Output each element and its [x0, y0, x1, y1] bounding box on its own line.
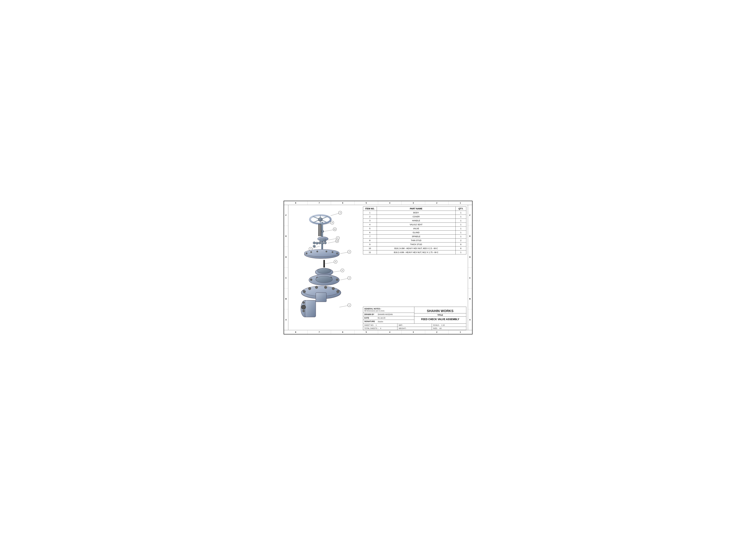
svg-marker-25 — [313, 241, 315, 244]
svg-marker-29 — [324, 241, 326, 244]
ruler-bot-col-4: 4 — [378, 330, 402, 334]
ruler-left-row-A: A — [284, 309, 288, 330]
notes-title: GENERAL NOTES:- — [364, 308, 413, 310]
ruler-col-8: 8 — [284, 201, 308, 205]
svg-line-31 — [328, 241, 336, 243]
sheet-no-cell: SHEET NO:- 1 — [363, 324, 397, 327]
right-panel: ITEM NO. PART NAME QTY. 1BODY12COVER13HA… — [362, 205, 468, 330]
ruler-col-1: 1 — [449, 201, 472, 205]
svg-point-69 — [332, 287, 335, 290]
bom-cell-qty-7: 1 — [455, 235, 466, 239]
svg-point-7 — [318, 218, 322, 221]
bom-cell-qty-2: 1 — [455, 215, 466, 219]
bom-cell-item-4: 4 — [363, 223, 377, 227]
svg-text:4: 4 — [349, 277, 350, 279]
bom-cell-item-1: 1 — [363, 211, 377, 215]
bom-cell-item-6: 6 — [363, 231, 377, 235]
svg-point-65 — [303, 290, 306, 293]
svg-point-36 — [306, 253, 307, 254]
svg-marker-26 — [316, 242, 318, 244]
svg-point-41 — [336, 253, 338, 254]
svg-marker-30 — [313, 245, 315, 247]
ruler-left-row-C: C — [284, 268, 288, 288]
ruler-right-row-B: B — [468, 288, 472, 309]
svg-text:3: 3 — [340, 212, 340, 214]
bom-cell-item-5: 5 — [363, 227, 377, 231]
bom-row-1: 1BODY1 — [363, 211, 466, 215]
svg-rect-21 — [320, 239, 326, 241]
svg-line-51 — [333, 271, 341, 272]
svg-marker-27 — [318, 241, 321, 244]
bom-cell-qty-3: 1 — [455, 219, 466, 223]
total-sheets-cell: TOTAL SHEETS :- 4 — [363, 327, 397, 330]
svg-text:5: 5 — [342, 269, 343, 271]
bom-row-7: 7SPINDLE1 — [363, 235, 466, 239]
svg-marker-80 — [321, 230, 324, 233]
size-label: SIZE:- — [433, 327, 438, 329]
svg-text:1: 1 — [349, 304, 350, 306]
bom-row-5: 5VALVE1 — [363, 227, 466, 231]
bom-cell-name-5: VALVE — [377, 227, 455, 231]
svg-line-42 — [340, 252, 348, 254]
bom-header-name: PART NAME — [377, 207, 455, 211]
bom-row-3: 3HANDLE1 — [363, 219, 466, 223]
svg-point-40 — [332, 251, 333, 253]
main-content: FEDCBA — [284, 205, 472, 330]
drawing-sheet: 87654321 FEDCBA — [284, 201, 472, 334]
ruler-col-5: 5 — [355, 201, 378, 205]
bom-cell-name-2: COVER — [377, 215, 455, 219]
svg-line-60 — [340, 278, 348, 280]
total-sheets-label: TOTAL SHEETS :- — [364, 327, 379, 329]
title-right: SHAHIN WORKS TITLE FEED CHECK VALVE ASSE… — [414, 307, 466, 324]
weight-label: WEIGHT:- — [399, 327, 407, 329]
content-area: 3 8 — [288, 205, 468, 330]
sheet-no-label: SHEET NO:- — [364, 324, 374, 326]
drawing-title-label: TITLE — [414, 313, 466, 317]
weight-cell: WEIGHT:- — [397, 327, 432, 330]
svg-rect-73 — [305, 300, 316, 317]
ruler-bottom: 87654321 — [284, 330, 472, 334]
scale-label: SCALE:- — [433, 324, 440, 326]
svg-point-59 — [316, 276, 333, 283]
size-value: A3 — [440, 327, 442, 329]
bom-cell-qty-9: 6 — [455, 242, 466, 246]
total-sheets-value: 4 — [380, 327, 381, 329]
company-name: SHAHIN WORKS — [414, 308, 466, 313]
bom-cell-name-3: HANDLE — [377, 219, 455, 223]
bom-header-item: ITEM NO. — [363, 207, 377, 211]
bom-cell-qty-11: 1 — [455, 250, 466, 254]
bom-row-9: 9THICK STUD6 — [363, 242, 466, 246]
svg-point-66 — [308, 287, 311, 290]
ruler-right-row-A: A — [468, 309, 472, 330]
drawing-title-value: FEED CHECK VALVE ASSEMBLY — [414, 317, 466, 322]
svg-marker-28 — [321, 242, 324, 244]
title-left: GENERAL NOTES:- All Dimensions are in (m… — [363, 307, 414, 324]
ruler-col-6: 6 — [331, 201, 354, 205]
svg-point-75 — [303, 310, 305, 312]
signature-value: Shahin — [378, 321, 383, 323]
bom-cell-qty-10: 6 — [455, 246, 466, 250]
svg-point-67 — [315, 286, 318, 289]
ruler-right-row-E: E — [468, 226, 472, 247]
bom-cell-qty-1: 1 — [455, 211, 466, 215]
ruler-col-4: 4 — [378, 201, 402, 205]
bom-cell-name-7: SPINDLE — [377, 235, 455, 239]
ruler-right-row-F: F — [468, 205, 472, 226]
bom-cell-name-4: VALVLE SEAT — [377, 223, 455, 227]
ruler-bot-col-2: 2 — [425, 330, 449, 334]
ruler-col-2: 2 — [425, 201, 449, 205]
bom-row-8: 8THIN STUD2 — [363, 239, 466, 242]
bom-cell-item-2: 2 — [363, 215, 377, 219]
drawn-by-value: SHAHIN HASSAN — [378, 313, 393, 316]
svg-point-68 — [324, 286, 327, 289]
ruler-bot-col-5: 5 — [355, 330, 378, 334]
bom-cell-name-1: BODY — [377, 211, 455, 215]
bom-cell-qty-5: 1 — [455, 227, 466, 231]
bom-cell-name-10: B18.2.4.6M - HEAVY HEX NUT, M20 X 2.5 --… — [377, 246, 455, 250]
bom-row-4: 4VALVLE SEAT1 — [363, 223, 466, 227]
bom-cell-name-6: GLAND — [377, 231, 455, 235]
svg-text:9: 9 — [335, 261, 336, 263]
date-row: DATE 01-Jul-23 — [363, 316, 414, 320]
bom-cell-item-7: 7 — [363, 235, 377, 239]
ruler-left-row-D: D — [284, 247, 288, 268]
